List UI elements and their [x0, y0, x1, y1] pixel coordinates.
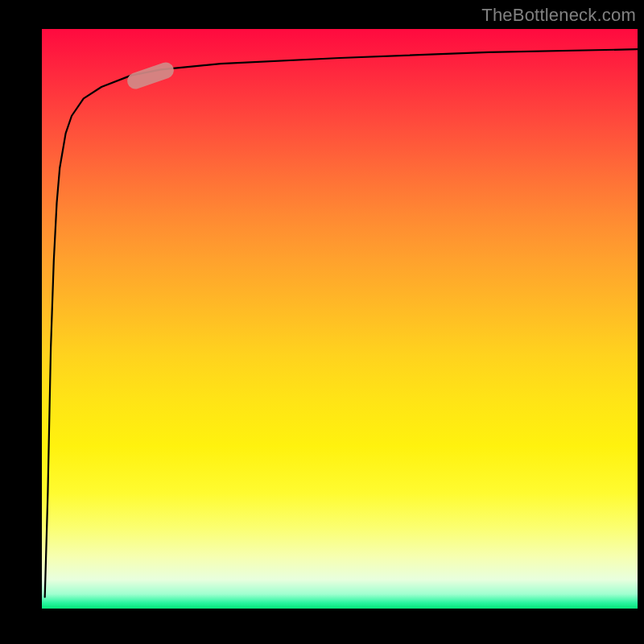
bottleneck-curve	[45, 49, 638, 597]
plot-area	[42, 29, 638, 609]
watermark-text: TheBottleneck.com	[481, 5, 636, 26]
chart-frame: TheBottleneck.com	[0, 0, 644, 644]
curve-layer	[42, 29, 638, 609]
